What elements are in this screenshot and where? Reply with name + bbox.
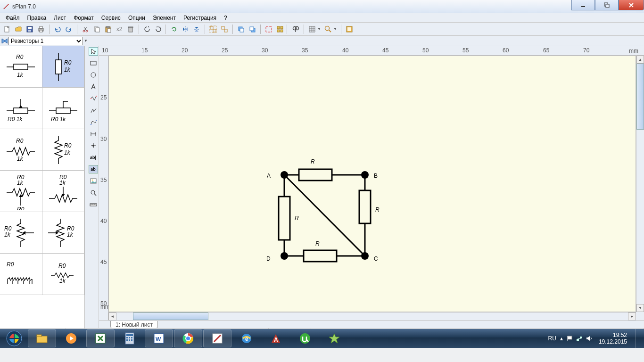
scroll-left-button[interactable]: ◄: [108, 313, 116, 321]
vscroll-thumb[interactable]: [636, 64, 644, 130]
library-item-7[interactable]: R01k: [42, 171, 85, 212]
svg-rect-99: [304, 250, 337, 262]
tool-magnify[interactable]: [89, 189, 98, 197]
task-utorrent[interactable]: [291, 329, 319, 347]
menu-format[interactable]: Формат: [70, 14, 98, 22]
flip-v-button[interactable]: [191, 24, 202, 34]
task-word[interactable]: W: [145, 329, 173, 347]
duplicate-button[interactable]: x2: [114, 24, 124, 34]
rotate-left-button[interactable]: [142, 24, 152, 34]
tool-image[interactable]: [89, 177, 98, 185]
canvas[interactable]: A B C D R R R R: [108, 56, 636, 312]
menu-help[interactable]: ?: [220, 14, 231, 22]
tool-label-block[interactable]: ab: [89, 165, 98, 173]
tray-expand-icon[interactable]: ▴: [560, 335, 563, 342]
tool-bezier[interactable]: [89, 118, 98, 126]
new-button[interactable]: [2, 24, 12, 34]
vertical-scrollbar[interactable]: ▲ ▼: [636, 56, 644, 312]
menu-sheet[interactable]: Лист: [50, 14, 70, 22]
menu-edit[interactable]: Правка: [24, 14, 50, 22]
copy-button[interactable]: [91, 24, 102, 34]
zoom-dropdown-arrow[interactable]: ▼: [333, 27, 337, 31]
rotate-right-button[interactable]: [153, 24, 164, 34]
show-desktop-button[interactable]: [636, 329, 640, 348]
flip-h-button[interactable]: [180, 24, 190, 34]
scroll-up-button[interactable]: ▲: [636, 56, 644, 64]
tool-dimension[interactable]: [89, 130, 98, 138]
hscroll-thumb[interactable]: [133, 313, 208, 320]
ungroup-button[interactable]: [219, 24, 230, 34]
task-chrome[interactable]: [174, 329, 202, 347]
tray-volume-icon[interactable]: [586, 335, 592, 342]
tray-flag-icon[interactable]: [567, 335, 573, 342]
start-button[interactable]: [1, 329, 27, 348]
scroll-down-button[interactable]: ▼: [636, 304, 644, 312]
library-item-3[interactable]: R0 1k: [42, 88, 85, 129]
tray-network-icon[interactable]: [576, 335, 583, 342]
library-item-5[interactable]: R01k: [42, 129, 85, 171]
menu-registration[interactable]: Регистрация: [180, 14, 220, 22]
library-item-9[interactable]: R01k: [42, 212, 85, 254]
horizontal-scrollbar[interactable]: ◄ ►: [108, 312, 636, 320]
forms-button[interactable]: [344, 24, 355, 34]
save-button[interactable]: [25, 24, 35, 34]
library-item-8[interactable]: R01k: [0, 212, 42, 254]
tool-label-ab[interactable]: ab|: [89, 153, 98, 162]
close-button[interactable]: [619, 0, 644, 10]
task-autocad[interactable]: A: [262, 329, 290, 347]
library-item-4[interactable]: R01k: [0, 129, 42, 171]
tray-clock[interactable]: 19:52 19.12.2015: [596, 332, 630, 346]
scroll-right-button[interactable]: ►: [628, 313, 636, 321]
library-item-2[interactable]: R0 1k: [0, 88, 42, 129]
grid-dropdown-arrow[interactable]: ▼: [317, 27, 321, 31]
tool-pointer[interactable]: [89, 47, 98, 56]
tool-node[interactable]: [89, 141, 98, 150]
library-item-11[interactable]: R01k: [42, 254, 85, 295]
library-select[interactable]: Резисторы 1: [8, 37, 83, 45]
tool-measure[interactable]: [89, 200, 98, 209]
task-mediaplayer[interactable]: [57, 329, 85, 347]
svg-rect-77: [91, 61, 96, 65]
redo-button[interactable]: [64, 24, 74, 34]
maximize-button[interactable]: [595, 0, 619, 10]
menu-service[interactable]: Сервис: [98, 14, 124, 22]
library-dropdown-arrow[interactable]: ▼: [84, 39, 88, 43]
minimize-button[interactable]: [571, 0, 595, 10]
delete-button[interactable]: [125, 24, 136, 34]
group-button[interactable]: [208, 24, 218, 34]
tool-circle[interactable]: [89, 71, 98, 79]
menu-element[interactable]: Элемент: [149, 14, 180, 22]
library-item-10[interactable]: R0: [0, 254, 42, 295]
tray-lang[interactable]: RU: [548, 335, 556, 342]
task-calculator[interactable]: [116, 329, 144, 347]
task-star[interactable]: [320, 329, 348, 347]
task-excel[interactable]: [86, 329, 115, 347]
zoom-button[interactable]: [323, 24, 333, 34]
task-explorer[interactable]: [28, 329, 56, 347]
rotate-90-button[interactable]: [169, 24, 179, 34]
library-item-6[interactable]: R01kR0: [0, 171, 42, 212]
tool-polyline[interactable]: [89, 106, 98, 115]
search-button[interactable]: [290, 24, 301, 34]
library-icon[interactable]: [0, 38, 8, 44]
cut-button[interactable]: [80, 24, 91, 34]
undo-button[interactable]: [52, 24, 63, 34]
front-button[interactable]: [236, 24, 246, 34]
tool-rect[interactable]: [89, 59, 98, 67]
library-item-0[interactable]: R01k: [0, 46, 42, 88]
open-button[interactable]: [13, 24, 24, 34]
select-frame-button[interactable]: [264, 24, 274, 34]
menu-file[interactable]: Файл: [2, 14, 24, 22]
components-button[interactable]: [275, 24, 285, 34]
print-button[interactable]: [36, 24, 46, 34]
library-item-1[interactable]: R01k: [42, 46, 85, 88]
tool-special-shape[interactable]: [89, 94, 98, 103]
menu-options[interactable]: Опции: [124, 14, 149, 22]
task-ie[interactable]: e: [232, 329, 261, 347]
node-label-C: C: [374, 255, 378, 262]
paste-button[interactable]: [103, 24, 113, 34]
back-button[interactable]: [247, 24, 257, 34]
tool-text[interactable]: [89, 82, 98, 91]
task-splan[interactable]: [203, 329, 231, 347]
grid-button[interactable]: [307, 24, 317, 34]
